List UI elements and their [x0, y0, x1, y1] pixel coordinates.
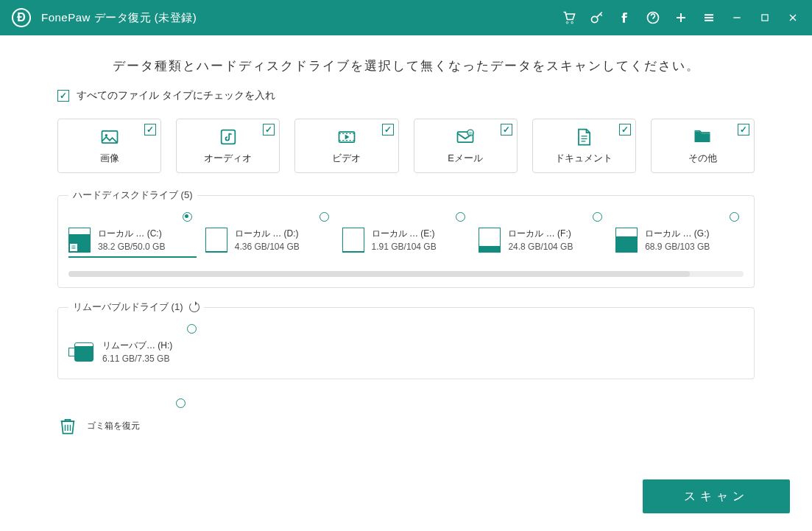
category-audio[interactable]: オーディオ: [176, 119, 280, 173]
drive-item[interactable]: ⊞ ローカル … (C:) 38.2 GB/50.0 GB: [68, 215, 197, 258]
svg-text:@: @: [468, 131, 473, 136]
drive-radio[interactable]: [730, 212, 739, 222]
check-all-row[interactable]: すべてのファイル タイプにチェックを入れ: [57, 89, 755, 102]
drive-item[interactable]: ローカル … (D:) 4.36 GB/104 GB: [205, 215, 333, 258]
category-label: Eメール: [448, 152, 483, 165]
titlebar: Ð FonePaw データ復元 (未登録): [0, 0, 812, 35]
category-checkbox[interactable]: [263, 124, 275, 136]
instruction-text: データ種類とハードディスクドライブを選択して無くなったデータをスキャンしてくださ…: [57, 57, 755, 74]
category-label: ビデオ: [332, 152, 361, 165]
category-video[interactable]: ビデオ: [294, 119, 398, 173]
drive-name: ローカル … (F:): [508, 227, 573, 240]
drive-icon: [205, 228, 227, 253]
drive-name: ローカル … (E:): [372, 227, 437, 240]
category-document[interactable]: ドキュメント: [532, 119, 636, 173]
hdd-scrollbar[interactable]: [68, 271, 744, 277]
maximize-icon[interactable]: [758, 10, 772, 25]
svg-point-1: [571, 21, 573, 23]
hdd-group: ハードディスクドライブ (5) ⊞ ローカル … (C:) 38.2 GB/50…: [57, 195, 755, 288]
recycle-bin-option[interactable]: ゴミ箱を復元: [57, 398, 190, 441]
minimize-icon[interactable]: [730, 10, 744, 25]
category-checkbox[interactable]: [738, 124, 749, 136]
drive-icon: [615, 228, 638, 253]
document-icon: [573, 127, 594, 147]
app-title: FonePaw データ復元 (未登録): [41, 11, 197, 25]
drive-icon: ⊞: [68, 228, 91, 253]
category-checkbox[interactable]: [501, 124, 512, 136]
hdd-group-legend: ハードディスクドライブ (5): [68, 189, 197, 202]
trash-icon: [57, 415, 78, 437]
facebook-icon[interactable]: [618, 10, 632, 25]
category-label: 画像: [100, 152, 119, 165]
usb-icon: [68, 342, 95, 362]
svg-rect-4: [762, 15, 768, 21]
drive-size: 38.2 GB/50.0 GB: [98, 240, 165, 253]
drive-name: ローカル … (C:): [98, 227, 165, 240]
folder-icon: [692, 127, 713, 147]
drive-radio[interactable]: [319, 212, 329, 222]
drive-size: 4.36 GB/104 GB: [235, 240, 300, 253]
drive-name: ローカル … (D:): [235, 227, 300, 240]
drive-radio[interactable]: [187, 324, 197, 334]
cart-icon[interactable]: [562, 10, 576, 25]
check-all-label: すべてのファイル タイプにチェックを入れ: [77, 89, 275, 102]
category-label: ドキュメント: [555, 152, 612, 165]
drive-name: ローカル … (G:): [645, 227, 710, 240]
close-icon[interactable]: [785, 10, 800, 25]
scan-button[interactable]: スキャン: [643, 479, 790, 513]
category-image[interactable]: 画像: [57, 119, 161, 173]
removable-drive-item[interactable]: リムーバブ… (H:) 6.11 GB/7.35 GB: [68, 327, 201, 368]
help-icon[interactable]: [646, 10, 660, 25]
drive-name: リムーバブ… (H:): [102, 339, 172, 352]
category-grid: 画像 オーディオ ビデオ @ Eメール ドキュメント その他: [57, 119, 755, 173]
audio-icon: [218, 127, 239, 147]
category-other[interactable]: その他: [651, 119, 755, 173]
category-email[interactable]: @ Eメール: [414, 119, 518, 173]
category-checkbox[interactable]: [619, 124, 631, 136]
menu-icon[interactable]: [702, 10, 716, 25]
svg-point-0: [566, 21, 568, 23]
drive-size: 1.91 GB/104 GB: [372, 240, 437, 253]
drive-size: 24.8 GB/104 GB: [508, 240, 573, 253]
drive-size: 6.11 GB/7.35 GB: [102, 352, 172, 365]
image-icon: [99, 127, 120, 147]
drive-item[interactable]: ローカル … (E:) 1.91 GB/104 GB: [342, 215, 470, 258]
drive-icon: [479, 228, 501, 253]
recycle-radio[interactable]: [176, 398, 186, 408]
category-checkbox[interactable]: [144, 124, 156, 136]
removable-group-legend: リムーバブルドライブ (1): [68, 300, 204, 314]
app-logo-icon: Ð: [12, 8, 31, 27]
key-icon[interactable]: [590, 10, 604, 25]
category-label: その他: [688, 152, 717, 165]
drive-item[interactable]: ローカル … (G:) 68.9 GB/103 GB: [615, 215, 744, 258]
drive-size: 68.9 GB/103 GB: [645, 240, 710, 253]
drive-icon: [342, 228, 364, 253]
plus-icon[interactable]: [674, 10, 688, 25]
category-checkbox[interactable]: [382, 124, 394, 136]
svg-rect-7: [221, 130, 235, 144]
recycle-label: ゴミ箱を復元: [87, 420, 140, 432]
check-all-checkbox[interactable]: [57, 90, 69, 102]
category-label: オーディオ: [204, 152, 252, 165]
svg-point-2: [592, 16, 598, 22]
email-icon: @: [455, 127, 476, 147]
refresh-icon[interactable]: [189, 302, 200, 312]
removable-group: リムーバブルドライブ (1) リムーバブ… (H:) 6.11 GB/7.35 …: [57, 307, 755, 379]
drive-item[interactable]: ローカル … (F:) 24.8 GB/104 GB: [479, 215, 607, 258]
video-icon: [336, 127, 357, 147]
drive-radio[interactable]: [183, 212, 192, 222]
